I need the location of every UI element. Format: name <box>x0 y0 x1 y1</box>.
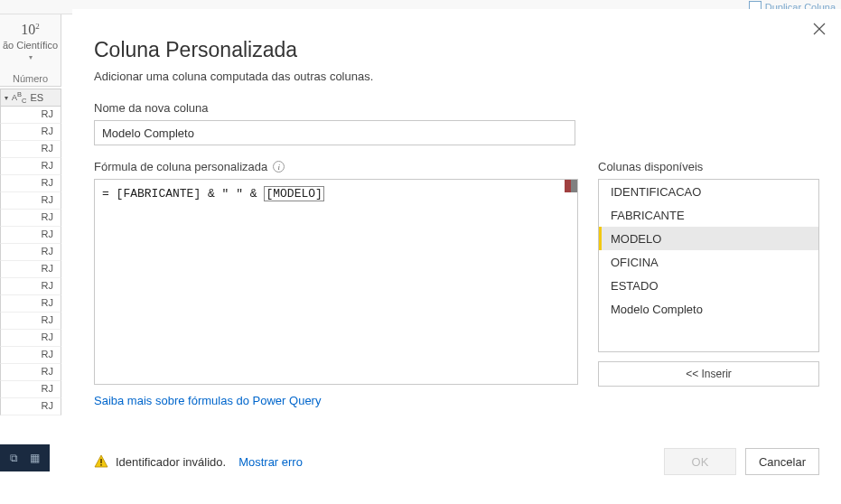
grid-cell[interactable]: RJ <box>0 158 61 175</box>
column-item[interactable]: OFICINA <box>599 250 818 274</box>
grid-cell[interactable]: RJ <box>0 364 61 381</box>
grid-cell[interactable]: RJ <box>0 227 61 244</box>
warning-icon <box>94 454 108 469</box>
grid-cell[interactable]: RJ <box>0 313 61 330</box>
grid-cell[interactable]: RJ <box>0 261 61 278</box>
grid-cell[interactable]: RJ <box>0 381 61 398</box>
grid-header-text: ES <box>30 92 43 103</box>
column-item[interactable]: FABRICANTE <box>599 203 818 227</box>
ok-label: OK <box>692 455 709 469</box>
dialog-title: Coluna Personalizada <box>94 38 819 62</box>
available-columns-list[interactable]: IDENTIFICACAOFABRICANTEMODELOOFICINAESTA… <box>598 179 819 352</box>
taskbar-icon[interactable]: ▦ <box>30 452 40 464</box>
grid-column-header[interactable]: ▾ ABC ES <box>0 89 61 107</box>
dropdown-icon: ▾ <box>29 53 33 61</box>
close-icon <box>813 23 826 35</box>
formula-text: = [FABRICANTE] & " " & <box>102 187 264 201</box>
insert-button-label: << Inserir <box>686 368 732 380</box>
close-button[interactable] <box>808 18 830 40</box>
grid-cell[interactable]: RJ <box>0 244 61 261</box>
available-columns-label: Colunas disponíveis <box>598 160 819 173</box>
grid-cell[interactable]: RJ <box>0 330 61 347</box>
taskbar-icon[interactable]: ⧉ <box>10 452 18 464</box>
column-item[interactable]: MODELO <box>599 227 818 250</box>
ribbon-group-title: Número <box>0 73 61 84</box>
grid-cell[interactable]: RJ <box>0 210 61 227</box>
new-column-label: Nome da nova coluna <box>94 101 819 115</box>
formula-label: Fórmula de coluna personalizada i <box>94 160 578 173</box>
custom-column-dialog: Coluna Personalizada Adicionar uma colun… <box>72 9 841 495</box>
ribbon-scientific-label: Científico <box>16 40 58 51</box>
cancel-button[interactable]: Cancelar <box>745 448 819 475</box>
new-column-input[interactable] <box>94 120 575 145</box>
grid-cell[interactable]: RJ <box>0 278 61 295</box>
insert-button[interactable]: << Inserir <box>598 361 819 387</box>
svg-rect-4 <box>100 464 102 466</box>
cancel-label: Cancelar <box>759 455 806 469</box>
status-text: Identificador inválido. <box>116 455 226 469</box>
grid-cell[interactable]: RJ <box>0 295 61 313</box>
grid-cell[interactable]: RJ <box>0 398 61 415</box>
learn-more-link[interactable]: Saiba mais sobre fórmulas do Power Query <box>94 394 578 407</box>
dialog-subtitle: Adicionar uma coluna computada das outra… <box>94 70 819 83</box>
column-item[interactable]: ESTADO <box>599 274 818 297</box>
grid-cell[interactable]: RJ <box>0 192 61 210</box>
scientific-button[interactable]: 102 ão Científico ▾ <box>2 20 59 61</box>
expand-icon: ▾ <box>5 94 8 102</box>
grid-cell[interactable]: RJ <box>0 124 61 141</box>
grid-cell[interactable]: RJ <box>0 175 61 192</box>
formula-input[interactable]: = [FABRICANTE] & " " & [MODELO] <box>94 179 578 385</box>
column-item[interactable]: IDENTIFICACAO <box>599 180 818 203</box>
abc-type-icon: ABC <box>12 90 26 105</box>
formula-overflow-marker <box>565 180 577 192</box>
show-error-link[interactable]: Mostrar erro <box>238 455 303 469</box>
svg-rect-3 <box>100 459 102 463</box>
ribbon-number-group: 102 ão Científico ▾ Número <box>0 14 61 87</box>
taskbar-fragment: ⧉ ▦ <box>0 444 50 471</box>
grid-cell[interactable]: RJ <box>0 141 61 158</box>
column-item[interactable]: Modelo Completo <box>599 297 818 321</box>
formula-error-token: [MODELO] <box>264 186 323 201</box>
ten-power-icon: 102 <box>2 20 59 36</box>
formula-label-text: Fórmula de coluna personalizada <box>94 160 267 173</box>
grid-cell[interactable]: RJ <box>0 107 61 124</box>
background-grid: ▾ ABC ES RJ RJ RJ RJ RJ RJ RJ RJ RJ RJ R… <box>0 89 61 504</box>
grid-cell[interactable]: RJ <box>0 347 61 364</box>
info-icon[interactable]: i <box>273 161 285 173</box>
ok-button[interactable]: OK <box>664 448 736 475</box>
ribbon-label-left-frag: ão <box>3 40 14 51</box>
